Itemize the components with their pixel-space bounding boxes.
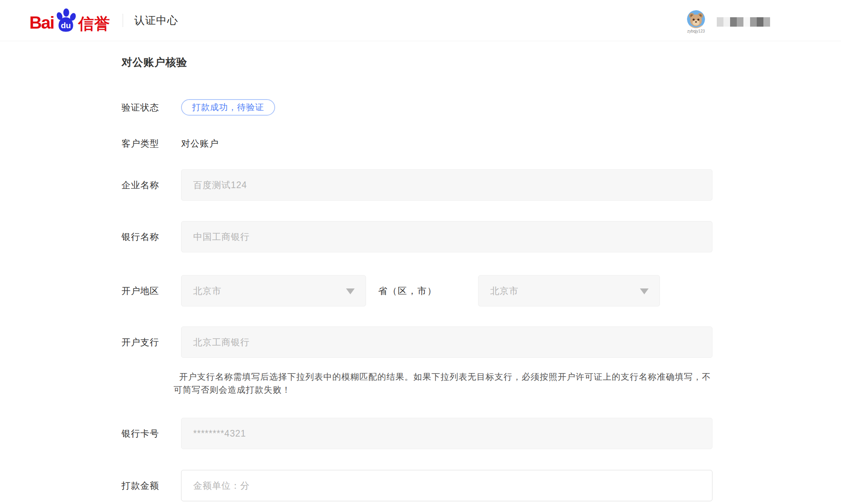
bank-card-row: 银行卡号 — [121, 418, 841, 449]
baidu-xinyu-logo[interactable]: Bai du 信誉 — [29, 8, 110, 33]
svg-text:du: du — [61, 21, 71, 30]
bank-region-row: 开户地区 北京市 省（区，市） 北京市 — [121, 275, 841, 306]
page-title: 对公账户核验 — [121, 55, 841, 69]
bank-branch-input[interactable] — [181, 326, 712, 358]
logo-text-xinyu: 信誉 — [78, 16, 110, 33]
bank-branch-label: 开户支行 — [121, 336, 181, 348]
customer-type-row: 客户类型 对公账户 — [121, 138, 841, 150]
customer-type-label: 客户类型 — [121, 138, 181, 150]
chevron-down-icon — [640, 288, 649, 294]
bank-name-row: 银行名称 — [121, 221, 841, 252]
logo-text-bai: Bai — [29, 14, 54, 33]
bank-name-input[interactable] — [181, 221, 712, 252]
province-select[interactable]: 北京市 — [181, 275, 366, 306]
company-name-input[interactable] — [181, 169, 712, 201]
baidu-paw-icon: du — [54, 8, 77, 34]
transfer-amount-label: 打款金额 — [121, 480, 181, 492]
city-select-value: 北京市 — [490, 285, 518, 297]
main-content: 对公账户核验 验证状态 打款成功，待验证 客户类型 对公账户 企业名称 银行名称… — [0, 55, 841, 501]
bank-branch-row: 开户支行 — [121, 326, 841, 358]
username-label: zybqjy123 — [687, 29, 705, 33]
bank-region-label: 开户地区 — [121, 285, 181, 297]
bank-name-label: 银行名称 — [121, 231, 181, 243]
province-select-value: 北京市 — [193, 285, 221, 297]
bank-branch-note: 开户支行名称需填写后选择下拉列表中的模糊匹配的结果。如果下拉列表无目标支行，必须… — [174, 370, 716, 396]
company-name-label: 企业名称 — [121, 179, 181, 191]
censored-username — [717, 17, 770, 27]
status-badge: 打款成功，待验证 — [181, 99, 275, 116]
user-block: zybqjy123 — [687, 10, 705, 33]
header-divider — [123, 14, 123, 27]
user-avatar[interactable] — [687, 10, 705, 28]
province-hint-label: 省（区，市） — [378, 285, 437, 297]
header-title: 认证中心 — [134, 13, 178, 27]
customer-type-value: 对公账户 — [181, 138, 219, 150]
verify-status-row: 验证状态 打款成功，待验证 — [121, 99, 841, 116]
company-name-row: 企业名称 — [121, 169, 841, 201]
city-select[interactable]: 北京市 — [478, 275, 660, 306]
header-user-area: zybqjy123 — [687, 8, 770, 33]
bank-card-label: 银行卡号 — [121, 428, 181, 440]
verify-status-label: 验证状态 — [121, 102, 181, 114]
top-header: Bai du 信誉 认证中心 — [0, 0, 841, 41]
bank-card-input[interactable] — [181, 418, 712, 449]
chevron-down-icon — [346, 288, 355, 294]
transfer-amount-row: 打款金额 — [121, 470, 841, 501]
transfer-amount-input[interactable] — [181, 470, 712, 501]
